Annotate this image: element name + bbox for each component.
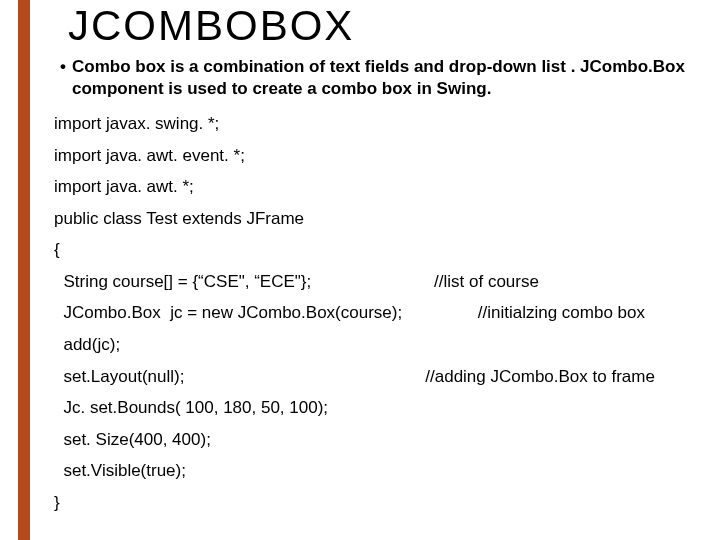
code-line: } [54,493,700,513]
code-line: set. Size(400, 400); [54,430,700,450]
code-line: add(jc); [54,335,700,355]
code-line: String course[] = {“CSE", “ECE"}; //list… [54,272,700,292]
bullet-dot: • [54,56,72,100]
code-line: public class Test extends JFrame [54,209,700,229]
code-line: import java. awt. *; [54,177,700,197]
accent-bar [18,0,30,540]
code-line: set.Layout(null); //adding JCombo.Box to… [54,367,700,387]
description-bullet: • Combo box is a combination of text fie… [54,56,700,100]
page-title: JCOMBOBOX [68,2,700,50]
code-line: JCombo.Box jc = new JCombo.Box(course); … [54,303,700,323]
description-text: Combo box is a combination of text field… [72,56,700,100]
slide-content: JCOMBOBOX • Combo box is a combination o… [54,2,700,524]
code-line: import java. awt. event. *; [54,146,700,166]
code-line: set.Visible(true); [54,461,700,481]
code-block: import javax. swing. *; import java. awt… [54,114,700,512]
code-line: import javax. swing. *; [54,114,700,134]
code-line: { [54,240,700,260]
code-line: Jc. set.Bounds( 100, 180, 50, 100); [54,398,700,418]
